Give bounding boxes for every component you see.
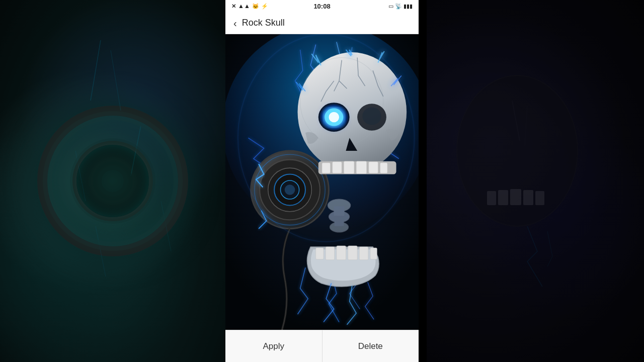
svg-rect-39 [344, 161, 354, 174]
svg-rect-40 [356, 161, 367, 174]
svg-rect-15 [523, 190, 533, 205]
apply-button[interactable]: Apply [225, 330, 323, 362]
svg-rect-53 [335, 217, 344, 226]
usb-icon: ⚡ [261, 3, 268, 10]
signal-icon: 📡 [395, 3, 402, 10]
svg-rect-37 [322, 163, 331, 173]
screen-icon: ▭ [388, 3, 393, 10]
status-icons-right: ▭ 📡 ▮▮▮ [388, 3, 413, 10]
svg-point-35 [362, 107, 381, 125]
delete-button[interactable]: Delete [323, 330, 419, 362]
status-icons-left: ✕ ▲▲ 🐱 ⚡ [231, 3, 268, 10]
svg-rect-48 [370, 248, 377, 259]
svg-rect-38 [333, 162, 342, 173]
phone-frame: ✕ ▲▲ 🐱 ⚡ 10:08 ▭ 📡 ▮▮▮ ‹ Rock Skull [225, 0, 419, 362]
svg-rect-46 [348, 246, 358, 260]
status-bar: ✕ ▲▲ 🐱 ⚡ 10:08 ▭ 📡 ▮▮▮ [225, 0, 419, 12]
back-button[interactable]: ‹ [233, 18, 237, 28]
svg-rect-43 [316, 248, 324, 259]
svg-rect-16 [535, 191, 544, 205]
background-left [0, 0, 225, 362]
wifi-icon: ▲▲ [238, 3, 250, 10]
close-icon: ✕ [231, 3, 236, 10]
status-time: 10:08 [313, 3, 330, 10]
svg-rect-14 [510, 189, 521, 205]
action-bar: Apply Delete [225, 330, 419, 362]
cat-icon: 🐱 [252, 3, 259, 10]
svg-point-28 [298, 52, 407, 171]
page-title: Rock Skull [242, 18, 285, 28]
battery-icon: ▮▮▮ [404, 3, 413, 10]
svg-point-26 [285, 185, 295, 195]
svg-rect-12 [487, 191, 496, 205]
svg-point-10 [32, 101, 193, 261]
svg-rect-13 [498, 190, 508, 205]
svg-line-0 [91, 40, 101, 101]
svg-rect-42 [380, 163, 387, 173]
svg-rect-52 [334, 206, 345, 216]
title-bar: ‹ Rock Skull [225, 12, 419, 34]
svg-rect-47 [359, 247, 368, 260]
background-right [427, 0, 644, 362]
svg-rect-41 [369, 162, 378, 173]
svg-point-33 [329, 112, 339, 123]
wallpaper-display [225, 34, 419, 330]
svg-rect-44 [326, 247, 335, 260]
svg-rect-45 [337, 246, 346, 260]
